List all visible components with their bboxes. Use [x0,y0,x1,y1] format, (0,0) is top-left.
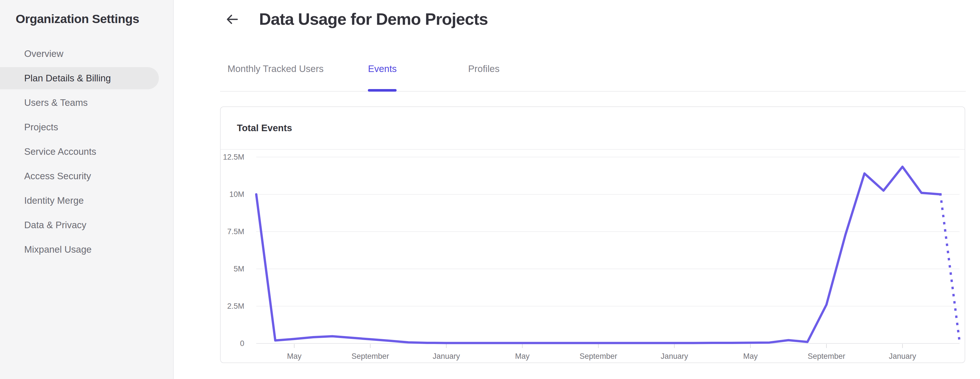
sidebar-item-label: Overview [0,48,64,59]
x-axis-label: January [433,352,460,360]
sidebar-item-label: Service Accounts [0,146,96,157]
tab-label: Monthly Tracked Users [228,63,323,74]
sidebar-item-projects[interactable]: Projects [0,115,174,140]
arrow-left-icon [226,13,239,26]
sidebar-item-plan-details-billing[interactable]: Plan Details & Billing [0,66,174,90]
sidebar-item-users-teams[interactable]: Users & Teams [0,90,174,115]
x-axis-label: September [352,352,389,360]
tab-profiles[interactable]: Profiles [468,53,500,91]
y-axis-label: 2.5M [227,302,244,311]
sidebar-item-label: Projects [0,122,58,133]
sidebar-item-mixpanel-usage[interactable]: Mixpanel Usage [0,237,174,262]
x-axis-label: May [515,352,530,360]
page-title: Data Usage for Demo Projects [259,10,488,29]
tabs-bar: Monthly Tracked UsersEventsProfiles [220,53,966,92]
tab-label: Events [368,63,397,74]
y-axis-label: 5M [234,265,244,273]
x-axis-label: September [580,352,617,360]
sidebar-item-label: Identity Merge [0,195,84,206]
x-axis-label: January [661,352,689,360]
y-axis-label: 7.5M [227,227,244,236]
y-axis-label: 10M [229,190,244,198]
usage-card: Total Events 02.5M5M7.5M10M12.5MMaySepte… [220,106,965,363]
tab-events[interactable]: Events [368,53,397,91]
sidebar-nav: OverviewPlan Details & BillingUsers & Te… [0,41,174,262]
sidebar-item-label: Plan Details & Billing [0,73,111,84]
main-content: Data Usage for Demo Projects Monthly Tra… [174,0,980,379]
y-axis-label: 0 [240,339,244,348]
total-events-line [256,167,940,343]
sidebar-item-label: Data & Privacy [0,220,86,230]
y-axis-label: 12.5M [223,153,244,161]
x-axis-label: May [287,352,302,360]
sidebar-item-label: Mixpanel Usage [0,244,92,255]
x-axis-label: September [808,352,845,360]
total-events-projected-dotted-line [940,194,959,341]
sidebar-title: Organization Settings [16,12,139,26]
sidebar-item-data-privacy[interactable]: Data & Privacy [0,213,174,237]
card-title: Total Events [221,123,292,133]
x-axis-label: January [889,352,916,360]
x-axis-label: May [743,352,758,360]
sidebar-item-label: Users & Teams [0,97,88,108]
card-header: Total Events [221,107,965,150]
sidebar: Organization Settings OverviewPlan Detai… [0,0,174,379]
tab-monthly-tracked-users[interactable]: Monthly Tracked Users [228,53,323,91]
tab-label: Profiles [468,63,500,74]
total-events-chart: 02.5M5M7.5M10M12.5MMaySeptemberJanuaryMa… [221,150,964,362]
sidebar-item-overview[interactable]: Overview [0,41,174,66]
sidebar-item-service-accounts[interactable]: Service Accounts [0,140,174,164]
sidebar-item-access-security[interactable]: Access Security [0,164,174,189]
sidebar-item-label: Access Security [0,171,91,182]
sidebar-item-identity-merge[interactable]: Identity Merge [0,189,174,213]
back-button[interactable] [226,13,239,26]
